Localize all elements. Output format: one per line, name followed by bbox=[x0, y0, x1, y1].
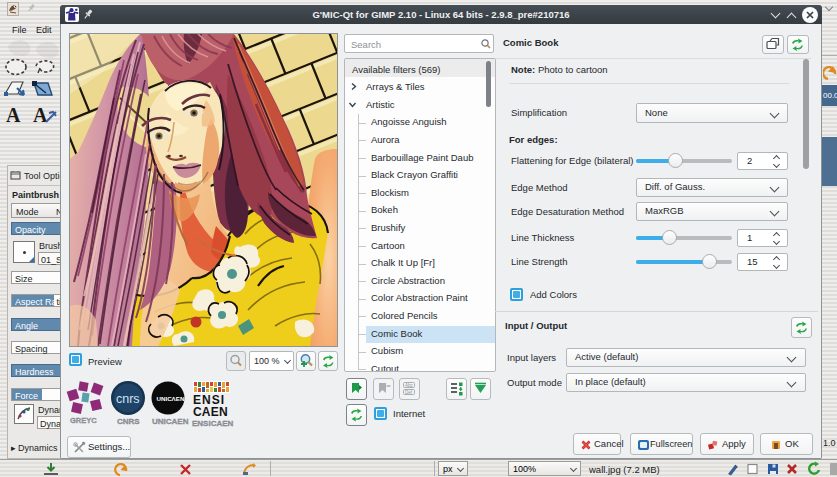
svg-text:ENSICAEN: ENSICAEN bbox=[192, 419, 234, 428]
svg-text:cnrs: cnrs bbox=[116, 392, 140, 406]
svg-text:CAEN: CAEN bbox=[193, 405, 228, 419]
svg-text:UNІCΛEN: UNІCΛEN bbox=[157, 395, 185, 402]
svg-text:Abc: Abc bbox=[405, 383, 414, 388]
svg-text:GREYC: GREYC bbox=[70, 416, 97, 425]
svg-text:A: A bbox=[6, 104, 21, 126]
svg-text:A: A bbox=[33, 104, 48, 126]
svg-text:UNICAEN: UNICAEN bbox=[152, 417, 189, 426]
svg-text:CNRS: CNRS bbox=[117, 417, 140, 426]
svg-text:Def: Def bbox=[405, 390, 413, 395]
